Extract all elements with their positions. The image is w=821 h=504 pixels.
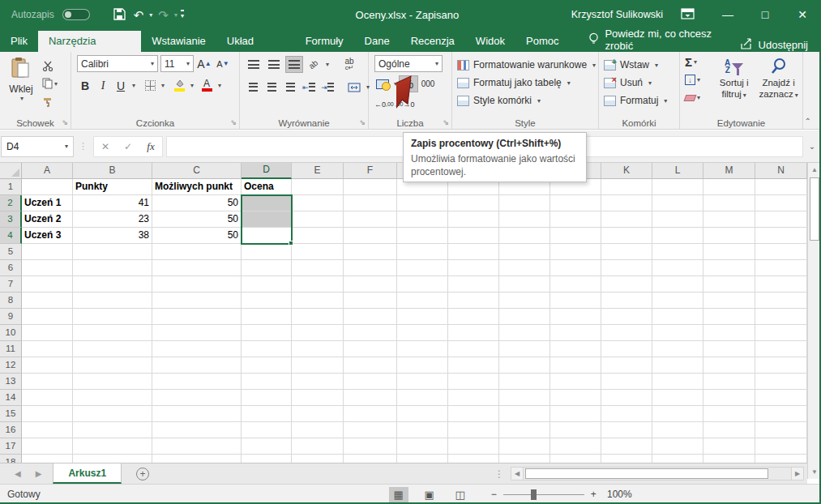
- clipboard-dialog-launcher-icon[interactable]: ⇘: [62, 119, 68, 126]
- cell-B17[interactable]: [73, 438, 152, 455]
- cell-B11[interactable]: [73, 341, 152, 357]
- cell-M16[interactable]: [703, 422, 755, 438]
- cell-H3[interactable]: [448, 211, 499, 228]
- cell-L6[interactable]: [652, 260, 703, 276]
- cell-L16[interactable]: [652, 422, 703, 438]
- cell-I8[interactable]: [499, 293, 550, 309]
- cell-F1[interactable]: [344, 179, 397, 195]
- cell-M5[interactable]: [703, 244, 755, 260]
- page-break-view-icon[interactable]: ◫: [451, 487, 470, 502]
- cell-B1[interactable]: Punkty: [73, 179, 152, 195]
- cell-K18[interactable]: [601, 455, 652, 463]
- cell-N3[interactable]: [755, 211, 807, 228]
- cell-H15[interactable]: [448, 406, 499, 422]
- increase-decimal-button[interactable]: ←0,00: [374, 96, 394, 113]
- col-header-N[interactable]: N: [755, 163, 807, 179]
- cell-B4[interactable]: 38: [73, 228, 152, 244]
- select-all-corner[interactable]: [0, 163, 22, 179]
- cell-F6[interactable]: [344, 260, 397, 276]
- cell-C12[interactable]: [152, 357, 242, 374]
- cell-A7[interactable]: [22, 276, 73, 293]
- number-format-combo[interactable]: Ogólne▾: [374, 55, 443, 72]
- cell-M14[interactable]: [703, 390, 755, 406]
- cell-M9[interactable]: [703, 309, 755, 325]
- cell-K13[interactable]: [601, 374, 652, 390]
- cell-D13[interactable]: [242, 374, 292, 390]
- increase-font-icon[interactable]: A▲: [196, 55, 212, 72]
- cell-J11[interactable]: [550, 341, 601, 357]
- cell-L4[interactable]: [652, 228, 703, 244]
- cell-N13[interactable]: [755, 374, 807, 390]
- copy-dropdown-icon[interactable]: ▾: [54, 80, 58, 88]
- cell-E3[interactable]: [292, 211, 344, 228]
- cell-I17[interactable]: [499, 438, 550, 455]
- cell-M12[interactable]: [703, 357, 755, 374]
- cell-C1[interactable]: Możliwych punkt: [152, 179, 242, 195]
- tab-uklad-strony[interactable]: Układ strony: [216, 31, 295, 52]
- insert-function-icon[interactable]: fx: [139, 140, 162, 153]
- row-header-10[interactable]: 10: [0, 325, 22, 341]
- cell-C8[interactable]: [152, 293, 242, 309]
- cell-B18[interactable]: [73, 455, 152, 463]
- col-header-D[interactable]: D: [242, 163, 292, 179]
- cell-D3[interactable]: [242, 211, 292, 228]
- cell-H12[interactable]: [448, 357, 499, 374]
- cell-E8[interactable]: [292, 293, 344, 309]
- cell-H5[interactable]: [448, 244, 499, 260]
- cell-G11[interactable]: [397, 341, 448, 357]
- bold-button[interactable]: B: [77, 77, 93, 94]
- cell-N18[interactable]: [755, 455, 807, 463]
- col-header-B[interactable]: B: [73, 163, 152, 179]
- cell-A11[interactable]: [22, 341, 73, 357]
- name-box[interactable]: D4▾: [1, 136, 74, 157]
- cell-B15[interactable]: [73, 406, 152, 422]
- cell-C14[interactable]: [152, 390, 242, 406]
- cell-J12[interactable]: [550, 357, 601, 374]
- cell-I16[interactable]: [499, 422, 550, 438]
- strip-resize-handle[interactable]: ⋮: [494, 468, 504, 480]
- cell-B14[interactable]: [73, 390, 152, 406]
- font-name-combo[interactable]: Calibri▾: [77, 55, 158, 72]
- cell-A8[interactable]: [22, 293, 73, 309]
- cell-E7[interactable]: [292, 276, 344, 293]
- cell-F13[interactable]: [344, 374, 397, 390]
- row-header-15[interactable]: 15: [0, 406, 22, 422]
- autosave-toggle[interactable]: [62, 9, 90, 20]
- paste-dropdown-icon[interactable]: ▾: [20, 95, 24, 102]
- cell-D14[interactable]: [242, 390, 292, 406]
- sheet-next-icon[interactable]: ▶: [36, 469, 42, 478]
- cell-K10[interactable]: [601, 325, 652, 341]
- row-header-16[interactable]: 16: [0, 422, 22, 438]
- sheet-tab-arkusz1[interactable]: Arkusz1: [53, 463, 122, 484]
- cell-N16[interactable]: [755, 422, 807, 438]
- cell-C4[interactable]: 50: [152, 228, 242, 244]
- cell-L2[interactable]: [652, 195, 703, 211]
- cell-K6[interactable]: [601, 260, 652, 276]
- save-icon[interactable]: [111, 6, 128, 23]
- name-box-dropdown-icon[interactable]: ▾: [65, 143, 68, 150]
- cell-F10[interactable]: [344, 325, 397, 341]
- cell-D5[interactable]: [242, 244, 292, 260]
- cell-C3[interactable]: 50: [152, 211, 242, 228]
- font-size-dropdown-icon[interactable]: ▾: [186, 60, 190, 67]
- cell-K17[interactable]: [601, 438, 652, 455]
- cell-N1[interactable]: [755, 179, 807, 195]
- cell-I4[interactable]: [499, 228, 550, 244]
- cell-K7[interactable]: [601, 276, 652, 293]
- cell-L10[interactable]: [652, 325, 703, 341]
- cell-N7[interactable]: [755, 276, 807, 293]
- decrease-indent-button[interactable]: ⇤: [301, 79, 317, 96]
- cell-I9[interactable]: [499, 309, 550, 325]
- cell-F9[interactable]: [344, 309, 397, 325]
- row-header-2[interactable]: 2: [0, 195, 22, 211]
- cell-G16[interactable]: [397, 422, 448, 438]
- row-header-1[interactable]: 1: [0, 179, 22, 195]
- cell-K9[interactable]: [601, 309, 652, 325]
- zoom-out-icon[interactable]: −: [491, 489, 497, 500]
- cell-G14[interactable]: [397, 390, 448, 406]
- cell-J8[interactable]: [550, 293, 601, 309]
- cell-F16[interactable]: [344, 422, 397, 438]
- cell-L15[interactable]: [652, 406, 703, 422]
- cell-G15[interactable]: [397, 406, 448, 422]
- scroll-right-icon[interactable]: ▶: [791, 467, 804, 481]
